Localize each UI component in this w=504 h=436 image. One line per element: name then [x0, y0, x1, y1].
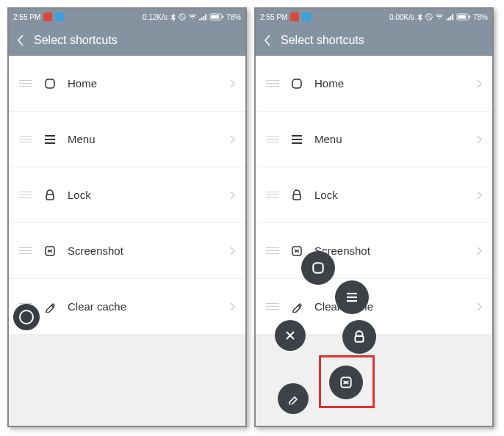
svg-line-12 [427, 15, 432, 20]
svg-rect-16 [292, 79, 301, 88]
quickball-home-button[interactable] [301, 251, 335, 285]
net-speed: 0.00K/s [389, 13, 414, 21]
chevron-right-icon [229, 247, 235, 255]
back-icon[interactable] [16, 34, 25, 46]
phone-left: 2:55 PM 0.12K/s 78% [7, 7, 247, 427]
battery-icon [209, 13, 224, 21]
shortcut-list: Home Menu Lock Screenshot [256, 56, 492, 335]
svg-rect-29 [341, 377, 351, 388]
list-item[interactable]: Home [256, 56, 492, 112]
header: Select shortcuts [256, 25, 492, 56]
status-notification-icon [290, 12, 299, 21]
drag-handle-icon[interactable] [19, 80, 32, 87]
svg-rect-22 [313, 263, 323, 273]
back-icon[interactable] [263, 34, 272, 46]
svg-rect-21 [292, 247, 301, 255]
dnd-icon [179, 13, 186, 21]
drag-handle-icon[interactable] [19, 247, 32, 254]
empty-area [9, 335, 245, 427]
chevron-right-icon [476, 247, 482, 255]
list-item-label: Menu [68, 133, 219, 145]
svg-rect-28 [355, 336, 363, 342]
quickball-lock-button[interactable] [342, 320, 376, 354]
home-icon [289, 76, 304, 91]
lock-icon [289, 188, 304, 203]
list-item-label: Home [68, 77, 219, 90]
chevron-right-icon [476, 79, 482, 88]
svg-rect-10 [46, 247, 54, 255]
list-item[interactable]: Menu [256, 112, 492, 167]
status-time: 2:55 PM [260, 13, 287, 21]
list-item-label: Clear cache [68, 300, 219, 313]
list-item-label: Screenshot [314, 244, 466, 257]
chevron-right-icon [476, 191, 482, 200]
status-notification-icon [302, 12, 311, 21]
menu-icon [289, 132, 304, 147]
svg-line-1 [180, 15, 185, 20]
svg-rect-9 [46, 195, 54, 200]
status-notification-icon [43, 12, 52, 21]
signal-icon [446, 13, 454, 21]
signal-icon [199, 13, 207, 21]
svg-rect-20 [293, 195, 300, 200]
list-item[interactable]: Screenshot [256, 223, 492, 279]
list-item-label: Lock [314, 189, 466, 201]
svg-rect-14 [458, 15, 467, 19]
list-item[interactable]: Home [9, 56, 245, 112]
wifi-icon [435, 13, 444, 21]
dnd-icon [425, 13, 433, 21]
list-item[interactable]: Clear cache [9, 279, 245, 335]
phone-right: 2:55 PM 0.00K/s 78% [254, 7, 494, 427]
battery-percent: 78% [473, 13, 488, 21]
chevron-right-icon [229, 135, 235, 144]
list-item-label: Lock [68, 189, 219, 201]
list-item-label: Home [314, 77, 466, 90]
screenshot-icon [43, 244, 57, 258]
clear-cache-icon [289, 299, 304, 314]
screenshot-icon [289, 244, 304, 258]
chevron-right-icon [229, 302, 235, 311]
status-notification-icon [55, 12, 64, 21]
status-time: 2:55 PM [13, 13, 40, 21]
svg-rect-4 [222, 15, 223, 18]
wifi-icon [188, 13, 197, 21]
menu-icon [43, 132, 57, 147]
quickball-menu-button[interactable] [335, 280, 369, 314]
lock-icon [43, 188, 57, 203]
drag-handle-icon[interactable] [266, 192, 279, 198]
net-speed: 0.12K/s [143, 13, 168, 21]
drag-handle-icon[interactable] [266, 80, 279, 87]
bluetooth-icon [170, 13, 176, 21]
header-title: Select shortcuts [281, 34, 364, 47]
drag-handle-icon[interactable] [19, 192, 32, 198]
list-item[interactable]: Lock [9, 167, 245, 223]
header-title: Select shortcuts [34, 34, 118, 47]
shortcut-list: Home Menu Lock [9, 56, 245, 335]
drag-handle-icon[interactable] [19, 136, 32, 142]
list-item[interactable]: Menu [9, 112, 245, 167]
list-item[interactable]: Lock [256, 167, 492, 223]
drag-handle-icon[interactable] [266, 136, 279, 142]
chevron-right-icon [229, 79, 235, 88]
chevron-right-icon [476, 135, 482, 144]
drag-handle-icon[interactable] [266, 247, 279, 254]
svg-rect-15 [469, 15, 470, 18]
home-icon [43, 76, 57, 91]
battery-icon [456, 13, 471, 21]
quick-ball[interactable] [13, 304, 40, 330]
svg-rect-3 [211, 15, 220, 19]
list-item[interactable]: Screenshot [9, 223, 245, 279]
bluetooth-icon [417, 13, 423, 21]
clear-cache-icon [43, 299, 57, 314]
quickball-screenshot-button[interactable] [329, 366, 363, 399]
drag-handle-icon[interactable] [266, 303, 279, 310]
list-item-label: Screenshot [68, 244, 219, 257]
battery-percent: 78% [226, 13, 241, 21]
chevron-right-icon [476, 302, 482, 311]
list-item-label: Menu [314, 133, 466, 145]
status-bar: 2:55 PM 0.12K/s 78% [9, 9, 245, 25]
quickball-clear-button[interactable] [278, 383, 309, 414]
quickball-close-button[interactable] [275, 320, 306, 351]
header: Select shortcuts [9, 25, 245, 56]
chevron-right-icon [229, 191, 235, 200]
